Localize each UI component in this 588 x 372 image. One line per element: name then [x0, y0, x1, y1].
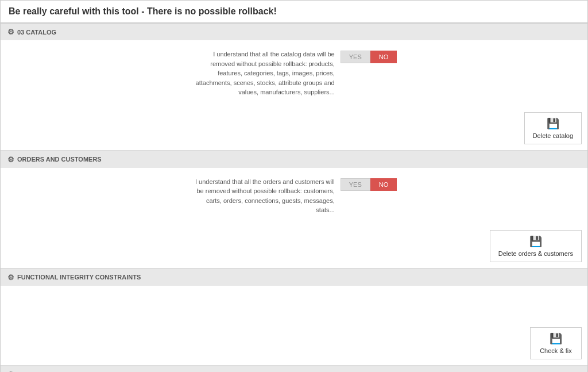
- delete-catalog-icon: 💾: [547, 117, 559, 130]
- catalog-toggle-yes[interactable]: YES: [341, 51, 370, 63]
- check-fix-icon: 💾: [550, 332, 562, 345]
- section-orders: ⚙ ORDERS AND CUSTOMERS I understand that…: [1, 151, 587, 269]
- catalog-header-label: 03 CATALOG: [17, 29, 56, 36]
- orders-icon: ⚙: [7, 155, 14, 164]
- catalog-toggle-group: YES NO: [341, 49, 397, 63]
- check-fix-button[interactable]: 💾 Check & fix: [530, 327, 582, 359]
- orders-description: I understand that all the orders and cus…: [191, 177, 341, 215]
- orders-toggle-yes[interactable]: YES: [341, 178, 370, 191]
- delete-catalog-button[interactable]: 💾 Delete catalog: [524, 112, 582, 144]
- database-icon: ⚙: [7, 370, 14, 373]
- orders-toggle-no[interactable]: NO: [370, 178, 397, 191]
- orders-toggle-group: YES NO: [341, 177, 397, 191]
- functional-icon: ⚙: [7, 273, 14, 282]
- delete-catalog-label: Delete catalog: [533, 132, 573, 139]
- catalog-row: I understand that all the catalog data w…: [12, 49, 576, 97]
- delete-orders-button[interactable]: 💾 Delete orders & customers: [490, 230, 582, 262]
- orders-action-row: 💾 Delete orders & customers: [1, 224, 587, 268]
- section-database: ⚙ 08 DATABASE CLEANING 💾 Clean & Optimiz…: [1, 366, 587, 373]
- catalog-toggle-no[interactable]: NO: [370, 51, 397, 63]
- orders-header-label: ORDERS AND CUSTOMERS: [17, 156, 102, 163]
- section-header-orders: ⚙ ORDERS AND CUSTOMERS: [1, 151, 587, 168]
- catalog-body: I understand that all the catalog data w…: [1, 40, 587, 106]
- functional-action-row: 💾 Check & fix: [1, 321, 587, 365]
- section-header-catalog: ⚙ 03 CATALOG: [1, 24, 587, 40]
- section-functional: ⚙ FUNCTIONAL INTEGRITY CONSTRAINTS 💾 Che…: [1, 269, 587, 366]
- check-fix-label: Check & fix: [540, 347, 572, 354]
- warning-header: Be really careful with this tool - There…: [1, 1, 587, 24]
- catalog-description: I understand that all the catalog data w…: [191, 49, 341, 97]
- page-wrapper: Be really careful with this tool - There…: [0, 0, 588, 372]
- delete-orders-icon: 💾: [529, 235, 542, 248]
- section-header-database: ⚙ 08 DATABASE CLEANING: [1, 366, 587, 373]
- delete-orders-label: Delete orders & customers: [498, 250, 573, 257]
- orders-row: I understand that all the orders and cus…: [12, 177, 576, 215]
- catalog-action-row: 💾 Delete catalog: [1, 106, 587, 150]
- functional-body: [1, 286, 587, 321]
- section-header-functional: ⚙ FUNCTIONAL INTEGRITY CONSTRAINTS: [1, 269, 587, 286]
- section-catalog: ⚙ 03 CATALOG I understand that all the c…: [1, 24, 587, 151]
- catalog-icon: ⚙: [7, 28, 14, 36]
- warning-title: Be really careful with this tool - There…: [9, 6, 579, 17]
- orders-body: I understand that all the orders and cus…: [1, 168, 587, 224]
- functional-header-label: FUNCTIONAL INTEGRITY CONSTRAINTS: [17, 274, 141, 281]
